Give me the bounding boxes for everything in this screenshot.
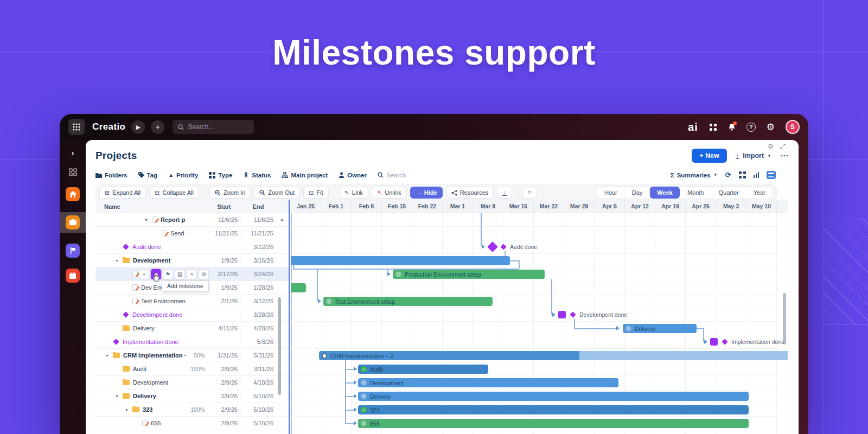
chart-view-icon[interactable] bbox=[754, 172, 760, 178]
sidebar-item-home[interactable] bbox=[66, 187, 80, 201]
timeline-week[interactable]: Mar 1 bbox=[443, 200, 473, 213]
sidebar-expand-chevron[interactable]: › bbox=[72, 149, 74, 157]
gantt-scrollbar[interactable] bbox=[783, 293, 786, 344]
table-row[interactable]: Delivery4/11/264/28/26 bbox=[95, 322, 289, 335]
timeline-week[interactable]: Mar 29 bbox=[564, 200, 595, 213]
timeline-week[interactable]: Apr 19 bbox=[655, 200, 686, 213]
link-button[interactable]: ↖Link bbox=[339, 187, 368, 199]
delete-button[interactable]: × bbox=[187, 269, 197, 279]
table-row[interactable]: CRM Implementation – 250%1/31/265/31/26 bbox=[95, 349, 289, 362]
table-row[interactable]: Send report11/21/2511/21/25 bbox=[95, 227, 289, 240]
panel-settings-icon[interactable]: ⚙ bbox=[768, 143, 774, 150]
timeline-week[interactable]: Mar 22 bbox=[534, 200, 564, 213]
status-button[interactable]: ⊘ bbox=[199, 269, 209, 279]
caret-icon[interactable] bbox=[125, 408, 132, 412]
filter-type[interactable]: Type bbox=[209, 172, 232, 178]
user-avatar[interactable]: S bbox=[786, 120, 800, 134]
filter-search[interactable]: Search bbox=[378, 172, 406, 178]
column-start[interactable]: Start bbox=[207, 203, 241, 210]
timeline-week[interactable]: Apr 5 bbox=[595, 200, 625, 213]
column-end[interactable]: End bbox=[241, 203, 289, 210]
import-button[interactable]: ↓ Import ▼ bbox=[736, 152, 771, 159]
more-options-button[interactable]: ⋯ bbox=[780, 151, 789, 161]
gantt-bar[interactable]: Delivery bbox=[623, 324, 697, 333]
table-row[interactable]: 323100%2/9/265/10/26 bbox=[95, 403, 289, 417]
table-row[interactable]: Develompent done3/28/26 bbox=[95, 308, 289, 322]
caret-icon[interactable] bbox=[105, 354, 113, 358]
zoom-level-quarter[interactable]: Quarter bbox=[711, 187, 745, 199]
add-button[interactable]: + bbox=[151, 120, 164, 134]
refresh-icon[interactable]: ⟳ bbox=[725, 171, 731, 179]
zoom-level-hour[interactable]: Hour bbox=[597, 187, 624, 199]
timeline-week[interactable]: Jan 25 bbox=[291, 200, 321, 213]
scroll-up-marker[interactable]: ▲ bbox=[280, 217, 284, 222]
caret-icon[interactable] bbox=[115, 394, 123, 398]
global-search[interactable] bbox=[173, 120, 254, 134]
expand-all-button[interactable]: ⊞Expand All bbox=[99, 187, 146, 199]
global-search-input[interactable] bbox=[188, 123, 242, 131]
table-row[interactable]: Audit100%2/9/263/11/26 bbox=[95, 362, 289, 376]
timeline-week[interactable]: Feb 1 bbox=[321, 200, 352, 213]
flag-button[interactable]: ⚑ bbox=[163, 269, 173, 279]
collapse-all-button[interactable]: ⊟Collapse All bbox=[149, 187, 199, 199]
timeline-week[interactable]: Feb 22 bbox=[412, 200, 443, 213]
table-row[interactable]: Delivery2/9/265/10/26 bbox=[95, 390, 289, 403]
timeline-week[interactable]: May 10 bbox=[746, 200, 777, 213]
gantt-bar[interactable]: 656 bbox=[358, 419, 749, 428]
table-row[interactable]: Implementation done5/3/26 bbox=[95, 335, 289, 349]
zoom-level-week[interactable]: Week bbox=[649, 187, 680, 199]
zoom-level-year[interactable]: Year bbox=[746, 187, 773, 199]
gantt-milestone[interactable] bbox=[710, 338, 718, 346]
expand-panel-icon[interactable] bbox=[780, 144, 786, 149]
column-name[interactable]: Name bbox=[95, 203, 207, 210]
table-row[interactable]: Development1/9/263/16/26 bbox=[95, 254, 289, 267]
filter-status[interactable]: Status bbox=[243, 172, 271, 178]
table-row[interactable]: Audit done3/12/26 bbox=[95, 240, 289, 254]
settings-gear-icon[interactable]: ⚙ bbox=[767, 122, 775, 133]
sidebar-item-calendar[interactable] bbox=[66, 269, 80, 283]
creatio-ai-logo[interactable]: ai bbox=[688, 121, 698, 133]
unlink-button[interactable]: ↖Unlink bbox=[372, 187, 407, 199]
sidebar-item-flag[interactable] bbox=[66, 244, 80, 258]
filter-main-project[interactable]: Main project bbox=[282, 172, 328, 178]
workspace-grid-icon[interactable] bbox=[69, 168, 77, 176]
timeline-week[interactable]: Feb 15 bbox=[382, 200, 412, 213]
filter-tag[interactable]: Tag bbox=[138, 172, 158, 178]
zoom-out-button[interactable]: Zoom Out bbox=[254, 187, 300, 199]
add-task-button[interactable]: + bbox=[139, 269, 149, 279]
gantt-milestone[interactable] bbox=[487, 241, 498, 252]
summaries-dropdown[interactable]: Σ Summaries ▼ bbox=[671, 172, 718, 178]
table-scrollbar[interactable] bbox=[278, 297, 281, 395]
resources-button[interactable]: Resources bbox=[446, 187, 494, 199]
fit-button[interactable]: ⊡Fit bbox=[303, 187, 328, 199]
gantt-bar[interactable] bbox=[291, 283, 306, 292]
timeline-week[interactable]: Mar 15 bbox=[503, 200, 534, 213]
panel-splitter[interactable] bbox=[289, 200, 290, 434]
timeline-week[interactable]: Mar 8 bbox=[473, 200, 503, 213]
gantt-bar[interactable]: Production Environment setup bbox=[393, 270, 545, 279]
zoom-level-day[interactable]: Day bbox=[624, 187, 650, 199]
gantt-bar[interactable]: Development bbox=[358, 378, 618, 387]
gantt-bar[interactable] bbox=[291, 256, 510, 265]
gantt-bar[interactable]: Delivery bbox=[358, 392, 749, 401]
export-button[interactable]: ↓ bbox=[497, 187, 512, 199]
gantt-bar[interactable]: CRM Implementation – 2 bbox=[319, 351, 788, 360]
gantt-bar[interactable]: Test Environment setup bbox=[323, 297, 493, 306]
table-row[interactable]: +◆⚑▤×⊘Production Environment setup2/17/2… bbox=[95, 267, 289, 281]
filter-folders[interactable]: Folders bbox=[95, 172, 127, 178]
filter-owner[interactable]: Owner bbox=[339, 172, 367, 178]
zoom-level-month[interactable]: Month bbox=[680, 187, 711, 199]
table-row[interactable]: Report preparing11/6/2511/6/25 bbox=[95, 213, 289, 227]
timeline-week[interactable]: Feb 8 bbox=[352, 200, 382, 213]
menu-button[interactable]: ≡ bbox=[522, 187, 537, 199]
gantt-bar[interactable]: ✓Audit bbox=[358, 365, 488, 374]
notifications-button[interactable] bbox=[728, 123, 736, 131]
note-button[interactable]: ▤ bbox=[175, 269, 185, 279]
table-row[interactable]: Test Environment setup2/1/263/12/26 bbox=[95, 295, 289, 308]
hide-button[interactable]: →Hide bbox=[410, 187, 443, 199]
gantt-bar[interactable]: ✓323 bbox=[358, 405, 749, 414]
table-row[interactable]: 6562/9/265/10/26 bbox=[95, 417, 289, 430]
caret-icon[interactable] bbox=[115, 259, 123, 263]
apps-grid-icon[interactable] bbox=[709, 123, 717, 131]
play-button[interactable]: ▶ bbox=[131, 120, 145, 134]
